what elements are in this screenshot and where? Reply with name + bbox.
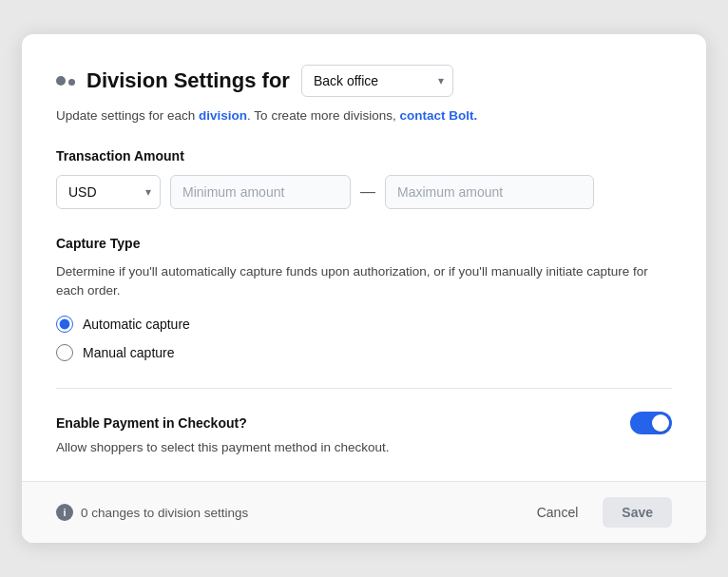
automatic-capture-option[interactable]: Automatic capture [56, 316, 672, 333]
modal-footer: i 0 changes to division settings Cancel … [22, 481, 706, 543]
payment-checkout-description: Allow shoppers to select this payment me… [56, 440, 672, 454]
division-select-wrapper[interactable]: Back office Front office Mobile [301, 65, 453, 97]
page-title: Division Settings for [86, 68, 290, 93]
bolt-logo [56, 75, 75, 86]
info-icon: i [56, 504, 73, 521]
subtitle-mid: . To create more divisions, [247, 108, 399, 123]
division-select[interactable]: Back office Front office Mobile [301, 65, 453, 97]
manual-capture-option[interactable]: Manual capture [56, 344, 672, 361]
payment-checkout-title: Enable Payment in Checkout? [56, 415, 247, 431]
amount-dash: — [360, 183, 375, 201]
payment-checkout-section: Enable Payment in Checkout? Allow shoppe… [56, 388, 672, 454]
subtitle-text: Update settings for each [56, 108, 199, 123]
cancel-button[interactable]: Cancel [522, 497, 594, 528]
bolt-dot-large [56, 76, 66, 86]
division-settings-modal: Division Settings for Back office Front … [22, 34, 706, 544]
amount-row: USD EUR GBP — [56, 175, 672, 209]
changes-text: 0 changes to division settings [81, 506, 248, 520]
save-button[interactable]: Save [603, 497, 672, 528]
toggle-thumb [652, 414, 669, 432]
payment-checkout-header: Enable Payment in Checkout? [56, 412, 672, 434]
transaction-amount-label: Transaction Amount [56, 148, 672, 163]
currency-select[interactable]: USD EUR GBP [56, 175, 161, 209]
capture-radio-group: Automatic capture Manual capture [56, 316, 672, 361]
capture-type-label: Capture Type [56, 236, 672, 251]
footer-changes-info: i 0 changes to division settings [56, 504, 248, 521]
currency-select-wrapper[interactable]: USD EUR GBP [56, 175, 161, 209]
division-link[interactable]: division [199, 108, 247, 123]
footer-actions: Cancel Save [522, 497, 672, 528]
toggle-track [630, 412, 672, 434]
max-amount-input[interactable] [385, 175, 594, 209]
automatic-capture-radio[interactable] [56, 316, 73, 333]
capture-type-description: Determine if you'll automatically captur… [56, 262, 672, 301]
info-icon-label: i [63, 507, 66, 518]
automatic-capture-label: Automatic capture [83, 317, 190, 332]
payment-checkout-toggle[interactable] [630, 412, 672, 434]
header-row: Division Settings for Back office Front … [56, 65, 672, 97]
contact-bolt-link[interactable]: contact Bolt. [399, 108, 477, 123]
capture-type-section: Capture Type Determine if you'll automat… [56, 236, 672, 362]
modal-body: Division Settings for Back office Front … [22, 34, 706, 482]
manual-capture-radio[interactable] [56, 344, 73, 361]
manual-capture-label: Manual capture [83, 345, 175, 360]
min-amount-input[interactable] [170, 175, 351, 209]
bolt-dot-small [68, 79, 75, 86]
subtitle: Update settings for each division. To cr… [56, 106, 672, 125]
